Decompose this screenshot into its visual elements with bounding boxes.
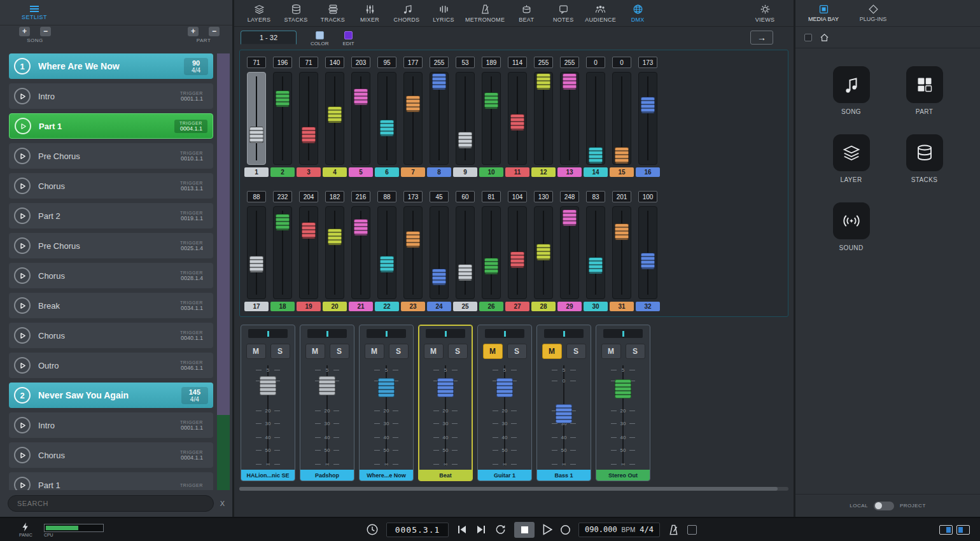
dmx-channel-value[interactable]: 201: [612, 191, 631, 202]
remove-part-button[interactable]: −: [209, 27, 220, 36]
tab-plug-ins[interactable]: PLUG-INS: [850, 4, 896, 22]
dmx-channel-fader[interactable]: [560, 206, 579, 299]
part-play-button[interactable]: [14, 237, 31, 254]
part-play-button[interactable]: [14, 88, 31, 104]
dmx-channel-fader[interactable]: [456, 206, 475, 299]
dmx-channel-value[interactable]: 203: [351, 57, 370, 68]
dmx-fader-cap[interactable]: [302, 222, 316, 239]
strip-fader-cap[interactable]: [378, 378, 395, 397]
mixer-strip[interactable]: MS5020304050∞Where...e Now: [359, 325, 414, 481]
tab-dmx[interactable]: DMX: [619, 0, 656, 27]
dmx-channel-value[interactable]: 83: [586, 191, 605, 202]
dmx-fader-cap[interactable]: [249, 127, 263, 143]
dmx-channel-value[interactable]: 177: [403, 57, 423, 68]
dmx-fader-cap[interactable]: [406, 231, 420, 248]
part-play-button[interactable]: [15, 118, 31, 134]
media-item-part[interactable]: PART: [906, 66, 943, 115]
dmx-channel-fader[interactable]: [560, 72, 579, 165]
dmx-channel-value[interactable]: 71: [299, 57, 318, 68]
add-part-button[interactable]: +: [188, 27, 199, 36]
mixer-strip[interactable]: MS5020304050∞Stereo Out: [596, 325, 650, 481]
setlist-part-row[interactable]: Part 1TRIGGER0004.1.1: [9, 113, 213, 139]
dmx-channel-fader[interactable]: [351, 206, 370, 299]
dmx-channel-fader[interactable]: [586, 206, 605, 299]
setlist-part-row[interactable]: IntroTRIGGER0001.1.1: [9, 412, 213, 438]
time-position-display[interactable]: 0005.3.1: [386, 523, 449, 537]
part-play-button[interactable]: [14, 178, 31, 194]
dmx-fader-cap[interactable]: [249, 256, 263, 272]
dmx-channel-value[interactable]: 0: [586, 57, 605, 68]
mixer-strip[interactable]: MS5020304050∞Beat: [418, 325, 473, 481]
dmx-channel-value[interactable]: 255: [534, 57, 553, 68]
tab-metronome[interactable]: METRONOME: [462, 0, 508, 27]
dmx-fader-cap[interactable]: [484, 92, 498, 109]
strip-fader-cap[interactable]: [319, 376, 335, 395]
dmx-channel-fader[interactable]: [377, 72, 396, 165]
mixer-strip[interactable]: MS5020304050∞HALion...nic SE: [241, 325, 295, 481]
media-item-sound[interactable]: SOUND: [833, 202, 870, 251]
dmx-channel-value[interactable]: 248: [560, 191, 579, 202]
dmx-fader-cap[interactable]: [458, 264, 472, 281]
dmx-channel-fader[interactable]: [430, 206, 449, 299]
dmx-channel-fader[interactable]: [273, 206, 292, 299]
dmx-channel-fader[interactable]: [534, 206, 553, 299]
mixer-scrollbar-thumb[interactable]: [239, 487, 778, 491]
play-button[interactable]: [542, 524, 552, 535]
dmx-fader-cap[interactable]: [563, 209, 577, 226]
part-play-button[interactable]: [14, 417, 31, 433]
part-play-button[interactable]: [14, 357, 31, 374]
dmx-fader-cap[interactable]: [641, 97, 655, 113]
setlist-part-row[interactable]: ChorusTRIGGER0028.1.4: [9, 263, 213, 288]
mixer-scrollbar[interactable]: [239, 487, 788, 491]
dmx-channel-fader[interactable]: [351, 72, 370, 165]
window-layout-button-2[interactable]: [956, 525, 970, 535]
dmx-channel-fader[interactable]: [299, 206, 318, 299]
solo-button[interactable]: S: [566, 344, 586, 359]
strip-fader-cap[interactable]: [556, 404, 572, 423]
part-play-button[interactable]: [14, 297, 31, 314]
strip-fader[interactable]: 5020304050∞: [596, 363, 650, 470]
tempo-display[interactable]: 090.000 BPM 4/4: [578, 523, 660, 537]
mute-button[interactable]: M: [246, 344, 266, 359]
metronome-toggle-icon[interactable]: [668, 524, 680, 536]
add-song-button[interactable]: +: [19, 27, 30, 36]
mixer-strip[interactable]: MS5020304050∞Padshop: [300, 325, 354, 481]
dmx-channel-value[interactable]: 71: [247, 57, 266, 68]
record-button[interactable]: [560, 524, 571, 535]
dmx-channel-value[interactable]: 104: [508, 191, 527, 202]
dmx-channel-value[interactable]: 196: [273, 57, 292, 68]
strip-fader[interactable]: 5020304050∞: [419, 363, 472, 470]
dmx-channel-fader[interactable]: [247, 206, 266, 299]
dmx-fader-cap[interactable]: [432, 73, 446, 90]
dmx-channel-fader[interactable]: [430, 72, 449, 165]
go-to-start-button[interactable]: [456, 524, 468, 535]
local-project-toggle[interactable]: [874, 502, 894, 510]
setlist-song-row[interactable]: 2Never Saw You Again1454/4: [9, 383, 213, 408]
dmx-fader-cap[interactable]: [536, 73, 550, 90]
setlist-tab[interactable]: SETLIST: [22, 5, 47, 20]
dmx-range-tab[interactable]: 1 - 32: [241, 31, 297, 45]
tab-notes[interactable]: NOTES: [545, 0, 582, 27]
dmx-color-button[interactable]: COLOR: [311, 31, 328, 46]
dmx-channel-fader[interactable]: [612, 72, 631, 165]
dmx-channel-value[interactable]: 189: [482, 57, 501, 68]
mute-button[interactable]: M: [365, 344, 384, 359]
strip-fader[interactable]: 5020304050∞: [360, 363, 413, 470]
dmx-channel-value[interactable]: 173: [403, 191, 423, 202]
mixer-strip[interactable]: MS5020304050∞Bass 1: [536, 325, 591, 481]
dmx-fader-cap[interactable]: [615, 147, 629, 164]
dmx-channel-fader[interactable]: [325, 72, 344, 165]
dmx-channel-value[interactable]: 182: [325, 191, 344, 202]
click-enable-checkbox[interactable]: [687, 525, 697, 535]
setlist-part-row[interactable]: Pre ChorusTRIGGER0010.1.1: [9, 143, 213, 169]
dmx-fader-cap[interactable]: [354, 219, 368, 235]
dmx-next-page-button[interactable]: →: [750, 31, 773, 45]
strip-fader-cap[interactable]: [437, 378, 454, 397]
dmx-channel-fader[interactable]: [508, 72, 527, 165]
dmx-channel-fader[interactable]: [273, 72, 292, 165]
part-play-button[interactable]: [14, 148, 31, 164]
mute-button[interactable]: M: [424, 344, 444, 359]
media-item-stacks[interactable]: STACKS: [906, 134, 943, 183]
strip-fader-cap[interactable]: [260, 376, 276, 395]
window-layout-button-1[interactable]: [939, 525, 953, 535]
